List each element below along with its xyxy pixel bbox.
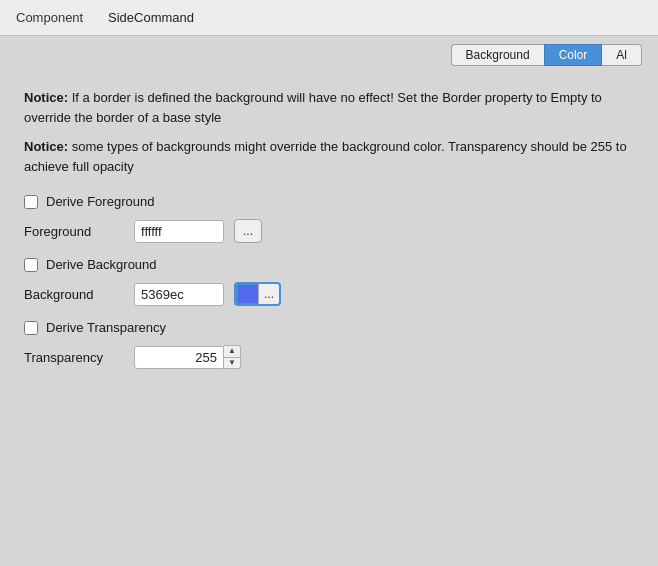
transparency-input[interactable] xyxy=(134,346,224,369)
foreground-label: Foreground xyxy=(24,224,124,239)
main-content: Notice: If a border is defined the backg… xyxy=(0,74,658,403)
notice-1-text: If a border is defined the background wi… xyxy=(24,90,602,125)
tab-background[interactable]: Background xyxy=(451,44,544,66)
background-color-button[interactable]: ... xyxy=(234,282,281,306)
component-value: SideCommand xyxy=(108,10,194,25)
tabs-row: Background Color Al xyxy=(0,36,658,74)
foreground-field-row: Foreground ... xyxy=(24,219,634,243)
component-row: Component SideCommand xyxy=(0,0,658,36)
derive-background-label: Derive Background xyxy=(46,257,157,272)
derive-foreground-checkbox[interactable] xyxy=(24,195,38,209)
transparency-field-row: Transparency ▲ ▼ xyxy=(24,345,634,369)
notice-2-bold: Notice: xyxy=(24,139,68,154)
background-color-swatch xyxy=(236,283,258,305)
transparency-label: Transparency xyxy=(24,350,124,365)
background-field-row: Background ... xyxy=(24,282,634,306)
notice-1: Notice: If a border is defined the backg… xyxy=(24,88,634,127)
notice-2-text: some types of backgrounds might override… xyxy=(24,139,627,174)
transparency-input-wrapper: ▲ ▼ xyxy=(134,345,241,369)
foreground-input[interactable] xyxy=(134,220,224,243)
tab-al[interactable]: Al xyxy=(602,44,642,66)
background-label: Background xyxy=(24,287,124,302)
component-label: Component xyxy=(16,10,96,25)
derive-transparency-label: Derive Transparency xyxy=(46,320,166,335)
transparency-spinner-up[interactable]: ▲ xyxy=(224,346,240,358)
notice-2: Notice: some types of backgrounds might … xyxy=(24,137,634,176)
transparency-spinner-down[interactable]: ▼ xyxy=(224,358,240,369)
transparency-spinner: ▲ ▼ xyxy=(224,345,241,369)
derive-background-checkbox[interactable] xyxy=(24,258,38,272)
derive-transparency-row: Derive Transparency xyxy=(24,320,634,335)
tab-color[interactable]: Color xyxy=(544,44,603,66)
foreground-color-button[interactable]: ... xyxy=(234,219,262,243)
derive-transparency-checkbox[interactable] xyxy=(24,321,38,335)
derive-foreground-row: Derive Foreground xyxy=(24,194,634,209)
derive-foreground-label: Derive Foreground xyxy=(46,194,154,209)
derive-background-row: Derive Background xyxy=(24,257,634,272)
background-dots-label: ... xyxy=(258,284,279,304)
notice-1-bold: Notice: xyxy=(24,90,68,105)
background-input[interactable] xyxy=(134,283,224,306)
